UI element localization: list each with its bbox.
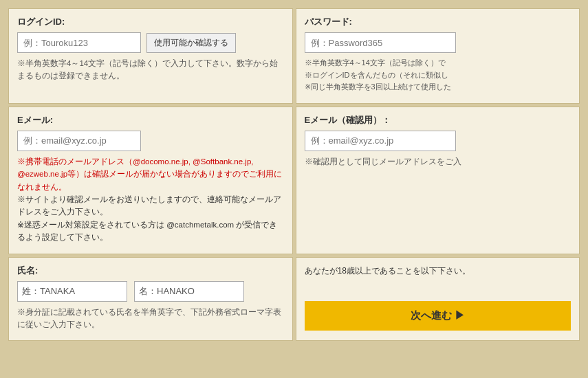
password-input[interactable] xyxy=(305,32,456,53)
login-id-hint: ※半角英数字4～14文字（記号は除く）で入力して下さい。数字から始まるものは登録… xyxy=(17,57,284,82)
email-confirm-label: Eメール（確認用）： xyxy=(305,114,571,126)
email-hints: ※携帯電話のメールアドレス（@docomo.ne.jp, @Softbank.n… xyxy=(17,155,284,244)
last-name-input[interactable] xyxy=(40,286,109,296)
name-input-row: 姓： 名： xyxy=(17,281,284,302)
age-confirmation-text: あなたが18歳以上であることを以下下さい。 xyxy=(305,265,571,278)
password-section: パスワード: ※半角英数字4～14文字（記号は除く）で ※ログインIDを含んだも… xyxy=(296,8,580,104)
name-label: 氏名: xyxy=(17,265,284,277)
password-label: パスワード: xyxy=(305,16,571,28)
password-hint: ※半角英数字4～14文字（記号は除く）で ※ログインIDを含んだもの（それに類似… xyxy=(305,57,571,93)
login-id-input[interactable] xyxy=(17,32,141,53)
page-container: ログインID: 使用可能か確認する ※半角英数字4～14文字（記号は除く）で入力… xyxy=(0,0,588,378)
name-section: 氏名: 姓： 名： ※身分証に記載されている氏名を半角英字で、下記外務省式ローマ… xyxy=(8,257,293,342)
email-hint-2: ※迷惑メール対策設定をされている方は @catchmetalk.com が受信で… xyxy=(17,221,277,241)
name-hint: ※身分証に記載されている氏名を半角英字で、下記外務省式ローマ字表に従いご入力下さ… xyxy=(17,306,284,331)
email-section: Eメール: ※携帯電話のメールアドレス（@docomo.ne.jp, @Soft… xyxy=(8,107,293,254)
last-name-prefix: 姓： xyxy=(22,285,40,298)
email-input[interactable] xyxy=(17,131,141,151)
password-hint-3: ※同じ半角英数字を3回以上続けて使用した xyxy=(305,82,451,91)
age-confirmation-section: あなたが18歳以上であることを以下下さい。 次へ進む ▶ xyxy=(296,257,580,342)
password-input-row xyxy=(305,32,571,53)
email-confirm-input[interactable] xyxy=(305,131,456,151)
email-confirm-section: Eメール（確認用）： ※確認用として同じメールアドレスをご入 xyxy=(296,107,580,254)
login-id-label: ログインID: xyxy=(17,16,284,28)
first-name-input[interactable] xyxy=(157,286,226,296)
email-hint-1: ※サイトより確認メールをお送りいたしますので、連絡可能なメールアドレスをご入力下… xyxy=(17,195,281,216)
check-availability-button[interactable]: 使用可能か確認する xyxy=(146,33,236,53)
email-confirm-hint: ※確認用として同じメールアドレスをご入 xyxy=(305,155,571,168)
login-id-section: ログインID: 使用可能か確認する ※半角英数字4～14文字（記号は除く）で入力… xyxy=(8,8,293,104)
form-grid: ログインID: 使用可能か確認する ※半角英数字4～14文字（記号は除く）で入力… xyxy=(7,7,581,342)
next-button[interactable]: 次へ進む ▶ xyxy=(305,301,571,331)
password-hint-2: ※ログインIDを含んだもの（それに類似し xyxy=(305,71,448,79)
first-name-prefix: 名： xyxy=(139,285,157,298)
login-id-input-row: 使用可能か確認する xyxy=(17,32,284,53)
email-input-row xyxy=(17,131,284,151)
password-hint-1: ※半角英数字4～14文字（記号は除く）で xyxy=(305,58,446,67)
email-label: Eメール: xyxy=(17,114,284,126)
email-red-hint: ※携帯電話のメールアドレス（@docomo.ne.jp, @Softbank.n… xyxy=(17,157,282,191)
email-confirm-input-row xyxy=(305,131,571,151)
